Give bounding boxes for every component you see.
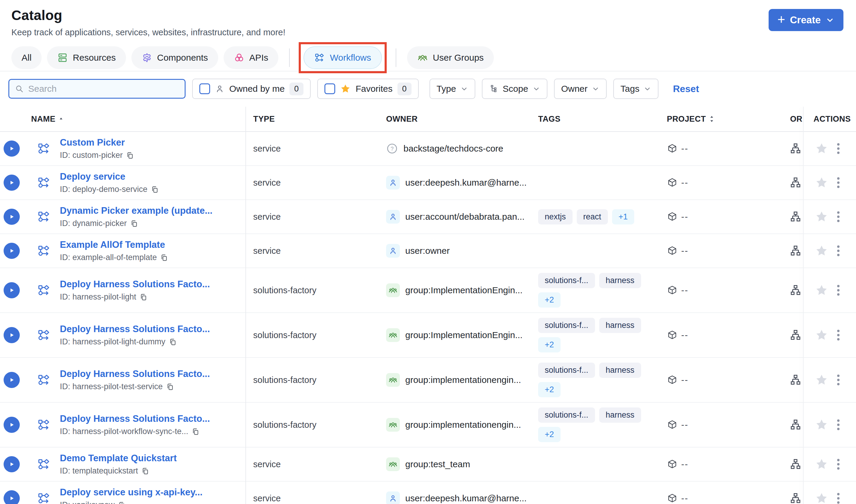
column-header-name[interactable]: NAME <box>31 114 245 124</box>
more-tags-pill[interactable]: +2 <box>538 337 561 353</box>
tab-workflows[interactable]: Workflows <box>304 46 382 69</box>
workflow-name-link[interactable]: Deploy service using x-api-key... <box>60 487 203 498</box>
copy-id-button[interactable] <box>160 253 168 262</box>
tag-pill[interactable]: solutions-f... <box>538 273 595 288</box>
row-menu-button[interactable] <box>837 418 840 431</box>
more-tags-pill[interactable]: +2 <box>538 382 561 397</box>
tag-pill[interactable]: harness <box>599 363 641 378</box>
scope-dropdown[interactable]: Scope <box>482 78 547 99</box>
org-hierarchy-button[interactable] <box>789 211 802 223</box>
tag-pill[interactable]: harness <box>599 318 641 333</box>
favorite-star-button[interactable] <box>815 492 828 504</box>
org-hierarchy-button[interactable] <box>789 374 802 386</box>
execute-workflow-button[interactable] <box>4 282 20 298</box>
favorite-star-button[interactable] <box>815 210 828 223</box>
favorite-star-button[interactable] <box>815 328 828 342</box>
owned-by-me-checkbox[interactable] <box>199 84 210 94</box>
favorite-star-button[interactable] <box>815 176 828 189</box>
org-hierarchy-button[interactable] <box>789 329 802 341</box>
workflow-name-link[interactable]: Demo Template Quickstart <box>60 453 176 464</box>
tag-pill[interactable]: nextjs <box>538 209 572 224</box>
copy-id-button[interactable] <box>191 428 200 436</box>
more-tags-pill[interactable]: +2 <box>538 427 561 442</box>
column-header-org[interactable]: OR <box>778 114 803 124</box>
create-button[interactable]: + Create <box>769 9 843 31</box>
execute-workflow-button[interactable] <box>4 490 20 504</box>
tag-pill[interactable]: solutions-f... <box>538 363 595 378</box>
org-hierarchy-button[interactable] <box>789 176 802 189</box>
row-menu-button[interactable] <box>837 328 840 342</box>
tag-pill[interactable]: react <box>577 209 608 224</box>
row-menu-button[interactable] <box>837 458 840 471</box>
row-menu-button[interactable] <box>837 244 840 257</box>
workflow-name-link[interactable]: Deploy Harness Solutions Facto... <box>60 324 210 335</box>
column-header-tags[interactable]: TAGS <box>530 114 662 124</box>
workflow-name-link[interactable]: Deploy Harness Solutions Facto... <box>60 413 210 424</box>
tab-resources[interactable]: Resources <box>47 46 126 69</box>
play-icon <box>8 421 16 429</box>
org-hierarchy-button[interactable] <box>789 245 802 257</box>
column-header-owner[interactable]: OWNER <box>383 114 530 124</box>
tag-pill[interactable]: harness <box>599 408 641 423</box>
execute-workflow-button[interactable] <box>4 372 20 388</box>
tag-pill[interactable]: solutions-f... <box>538 318 595 333</box>
copy-id-button[interactable] <box>169 338 177 346</box>
workflow-name-link[interactable]: Deploy Harness Solutions Facto... <box>60 279 210 290</box>
owner-dropdown[interactable]: Owner <box>554 78 607 99</box>
workflow-name-link[interactable]: Deploy service <box>60 171 125 182</box>
favorites-checkbox[interactable] <box>324 84 335 94</box>
tab-all[interactable]: All <box>11 46 41 69</box>
tab-user-groups[interactable]: User Groups <box>407 46 494 69</box>
org-hierarchy-button[interactable] <box>789 458 802 470</box>
tag-pill[interactable]: harness <box>599 273 641 288</box>
row-menu-button[interactable] <box>837 210 840 223</box>
reset-filters-link[interactable]: Reset <box>673 84 699 94</box>
tab-components[interactable]: Components <box>132 46 218 69</box>
more-tags-pill[interactable]: +1 <box>612 209 634 224</box>
copy-id-button[interactable] <box>126 151 134 160</box>
row-menu-button[interactable] <box>837 492 840 504</box>
workflow-name-link[interactable]: Deploy Harness Solutions Facto... <box>60 368 210 379</box>
row-menu-button[interactable] <box>837 142 840 155</box>
execute-workflow-button[interactable] <box>4 243 20 259</box>
copy-id-button[interactable] <box>166 383 174 391</box>
favorite-star-button[interactable] <box>815 142 828 155</box>
favorites-filter[interactable]: Favorites 0 <box>317 78 418 99</box>
copy-id-button[interactable] <box>139 293 148 301</box>
favorite-star-button[interactable] <box>815 418 828 431</box>
org-hierarchy-button[interactable] <box>789 418 802 431</box>
column-header-project[interactable]: PROJECT <box>662 114 778 124</box>
type-dropdown[interactable]: Type <box>429 78 475 99</box>
favorite-star-button[interactable] <box>815 244 828 257</box>
copy-id-button[interactable] <box>151 185 159 194</box>
execute-workflow-button[interactable] <box>4 141 20 157</box>
owned-by-me-filter[interactable]: Owned by me 0 <box>192 78 311 99</box>
more-tags-pill[interactable]: +2 <box>538 292 561 308</box>
copy-id-button[interactable] <box>118 501 126 504</box>
favorite-star-button[interactable] <box>815 373 828 386</box>
copy-id-button[interactable] <box>130 219 138 228</box>
row-menu-button[interactable] <box>837 284 840 297</box>
copy-id-button[interactable] <box>141 467 149 475</box>
search-input[interactable] <box>28 84 179 94</box>
org-hierarchy-button[interactable] <box>789 142 802 155</box>
column-header-type[interactable]: TYPE <box>245 114 383 124</box>
workflow-name-link[interactable]: Example AllOf Template <box>60 239 165 250</box>
execute-workflow-button[interactable] <box>4 209 20 225</box>
tab-apis[interactable]: APIs <box>224 46 278 69</box>
search-icon <box>15 84 24 94</box>
tag-pill[interactable]: solutions-f... <box>538 408 595 423</box>
tags-dropdown[interactable]: Tags <box>613 78 658 99</box>
execute-workflow-button[interactable] <box>4 175 20 191</box>
favorite-star-button[interactable] <box>815 284 828 297</box>
workflow-name-link[interactable]: Dynamic Picker example (update... <box>60 205 212 216</box>
favorite-star-button[interactable] <box>815 458 828 471</box>
org-hierarchy-button[interactable] <box>789 284 802 296</box>
execute-workflow-button[interactable] <box>4 417 20 433</box>
row-menu-button[interactable] <box>837 176 840 189</box>
workflow-name-link[interactable]: Custom Picker <box>60 137 125 148</box>
execute-workflow-button[interactable] <box>4 456 20 472</box>
org-hierarchy-button[interactable] <box>789 492 802 504</box>
execute-workflow-button[interactable] <box>4 327 20 343</box>
row-menu-button[interactable] <box>837 373 840 386</box>
